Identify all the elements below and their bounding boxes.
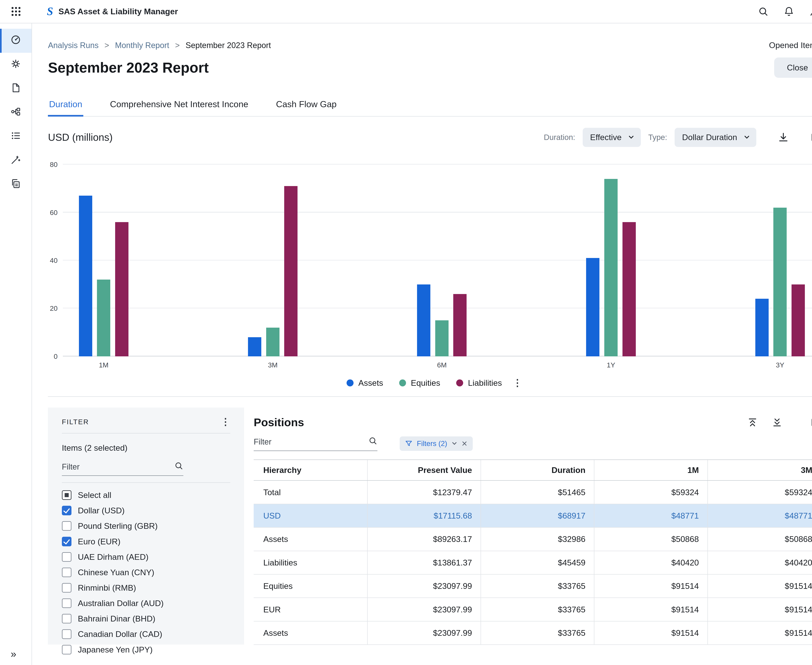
maximize-chart-icon[interactable] (810, 132, 812, 143)
option-select-all[interactable]: Select all (62, 490, 230, 500)
table-row-total[interactable]: Total$12379.47$51465$59324$59324 (254, 481, 812, 504)
cell-value: $59324 (594, 481, 707, 504)
cell-hierarchy: Total (254, 481, 367, 504)
collapse-all-icon[interactable] (747, 417, 758, 428)
cell-value: $12379.47 (367, 481, 481, 504)
filter-panel-search[interactable] (62, 461, 183, 476)
sidebar-expand-icon[interactable]: » (0, 648, 31, 665)
table-row-eur[interactable]: EUR$23097.99$33765$91514$91514 (254, 598, 812, 621)
tab-cash-flow-gap[interactable]: Cash Flow Gap (275, 94, 338, 116)
option-uae-dirham-aed[interactable]: UAE Dirham (AED) (62, 552, 230, 562)
x-axis-label-3m: 3M (248, 361, 297, 369)
positions-search[interactable] (254, 436, 377, 451)
close-icon[interactable] (461, 441, 468, 447)
sidebar-item-reports[interactable] (0, 173, 31, 197)
legend-item-equities[interactable]: Equities (399, 378, 440, 388)
checkbox-unchecked[interactable] (62, 568, 71, 577)
column-header-3m[interactable]: 3M (707, 460, 812, 480)
user-profile-icon[interactable] (809, 6, 812, 17)
type-select[interactable]: Dollar Duration (674, 128, 756, 147)
option-bahraini-dinar-bhd[interactable]: Bahraini Dinar (BHD) (62, 614, 230, 624)
filters-chip[interactable]: Filters (2) (400, 436, 473, 451)
maximize-positions-icon[interactable] (810, 417, 812, 428)
bar-group-6m (417, 164, 467, 356)
gauge-icon (10, 34, 21, 47)
bar-assets-3y (755, 299, 769, 356)
checkbox-unchecked[interactable] (62, 629, 71, 639)
option-label: Bahraini Dinar (BHD) (78, 614, 156, 624)
opened-items-button[interactable]: Opened Items (769, 41, 812, 50)
column-header-hierarchy[interactable]: Hierarchy (254, 460, 367, 480)
positions-title: Positions (254, 416, 304, 429)
legend-kebab-icon[interactable]: ⋮ (513, 378, 522, 388)
type-select-value: Dollar Duration (682, 133, 737, 142)
column-header-present-value[interactable]: Present Value (367, 460, 481, 480)
notifications-bell-icon[interactable] (784, 6, 794, 17)
search-icon[interactable] (758, 6, 769, 17)
search-icon (174, 461, 183, 472)
expand-all-icon[interactable] (772, 417, 782, 428)
option-pound-sterling-gbr[interactable]: Pound Sterling (GBR) (62, 521, 230, 531)
sidebar-item-tasks[interactable] (0, 125, 31, 149)
table-row-usd[interactable]: USD$17115.68$68917$48771$48771 (254, 504, 812, 527)
option-japanese-yen-jpy[interactable]: Japanese Yen (JPY) (62, 645, 230, 654)
duration-select[interactable]: Effective (583, 128, 641, 147)
sas-logo: S (47, 5, 53, 18)
column-header-duration[interactable]: Duration (481, 460, 594, 480)
option-rinminbi-rmb[interactable]: Rinminbi (RMB) (62, 583, 230, 593)
table-row-equities[interactable]: Equities$23097.99$33765$91514$91514 (254, 575, 812, 598)
y-axis-tick-label: 20 (50, 305, 57, 312)
checkbox-unchecked[interactable] (62, 521, 71, 531)
divider (62, 482, 230, 483)
legend-item-assets[interactable]: Assets (346, 378, 383, 388)
checkbox-unchecked[interactable] (62, 614, 71, 624)
sidebar-item-tools[interactable] (0, 149, 31, 173)
option-australian-dollar-aud[interactable]: Australian Dollar (AUD) (62, 598, 230, 608)
checkbox-indeterminate[interactable] (62, 490, 71, 500)
sidebar-item-documents[interactable] (0, 77, 31, 101)
option-dollar-usd[interactable]: Dollar (USD) (62, 506, 230, 515)
positions-table: HierarchyPresent ValueDuration1M3M Total… (254, 459, 812, 645)
sidebar-item-flows[interactable] (0, 101, 31, 125)
filter-panel-search-input[interactable] (62, 462, 174, 471)
chevron-down-icon (744, 134, 750, 141)
app-launcher-icon[interactable] (0, 7, 32, 16)
tab-comprehensive-net-interest-incone[interactable]: Comprehensive Net Interest Incone (109, 94, 249, 116)
breadcrumb: Analysis Runs > Monthly Report > Septemb… (48, 23, 812, 50)
option-chinese-yuan-cny[interactable]: Chinese Yuan (CNY) (62, 568, 230, 577)
cell-hierarchy: Assets (254, 527, 367, 550)
tab-duration[interactable]: Duration (48, 94, 83, 116)
close-button[interactable]: Close (774, 57, 812, 78)
sidebar-item-analysis-runs[interactable] (0, 29, 31, 53)
table-row-assets[interactable]: Assets$23097.99$33765$91514$91514 (254, 621, 812, 645)
checkbox-unchecked[interactable] (62, 552, 71, 562)
positions-search-input[interactable] (254, 437, 368, 446)
sidebar-item-settings[interactable] (0, 53, 31, 77)
cell-value: $51465 (481, 481, 594, 504)
filter-kebab-icon[interactable]: ⋮ (221, 417, 230, 427)
table-row-liabilities[interactable]: Liabilities$13861.37$45459$40420$40420 (254, 551, 812, 575)
breadcrumb-monthly-report[interactable]: Monthly Report (115, 41, 169, 50)
filter-panel-title: FILTER (62, 418, 89, 426)
filter-panel: FILTER ⋮ Items (2 selected) Select allDo… (48, 408, 244, 645)
option-label: Euro (EUR) (78, 537, 120, 546)
download-icon[interactable] (778, 132, 789, 143)
cell-value: $33765 (481, 575, 594, 598)
breadcrumb-analysis-runs[interactable]: Analysis Runs (48, 41, 98, 50)
column-header-1m[interactable]: 1M (594, 460, 707, 480)
checkbox-unchecked[interactable] (62, 583, 71, 593)
checkbox-checked[interactable] (62, 537, 71, 546)
bar-assets-1m (79, 196, 92, 356)
checkbox-checked[interactable] (62, 506, 71, 515)
chevron-down-icon[interactable] (451, 441, 457, 447)
legend-label-equities: Equities (411, 378, 440, 388)
bar-liabilities-3m (284, 186, 297, 356)
bar-group-1m (79, 164, 128, 356)
legend-item-liabilities[interactable]: Liabilities (456, 378, 502, 388)
option-canadian-dollar-cad[interactable]: Canadian Dollar (CAD) (62, 629, 230, 639)
table-row-assets[interactable]: Assets$89263.17$32986$50868$50868 (254, 527, 812, 551)
bar-equities-1m (97, 280, 110, 356)
option-euro-eur[interactable]: Euro (EUR) (62, 537, 230, 546)
checkbox-unchecked[interactable] (62, 598, 71, 608)
checkbox-unchecked[interactable] (62, 645, 71, 654)
